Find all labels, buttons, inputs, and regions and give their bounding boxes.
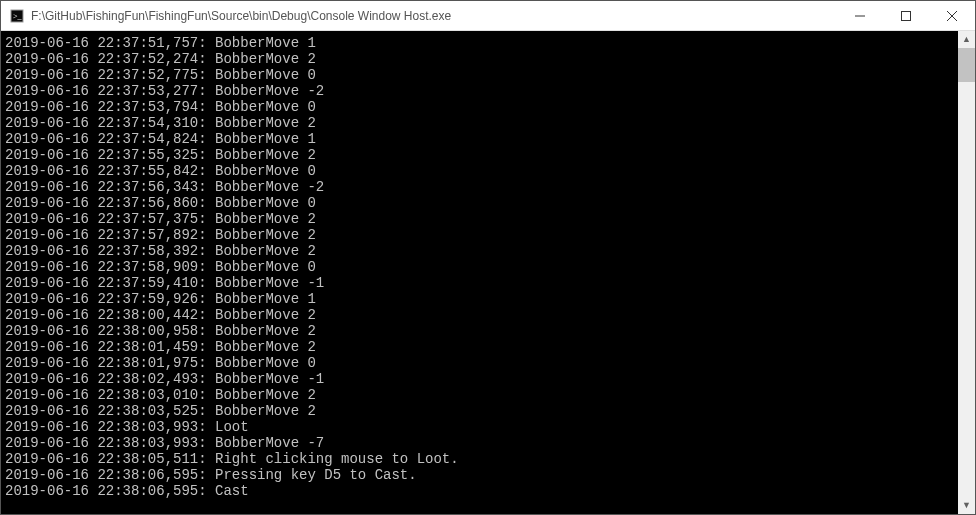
maximize-button[interactable] — [883, 1, 929, 30]
minimize-button[interactable] — [837, 1, 883, 30]
svg-text:>_: >_ — [13, 12, 23, 21]
log-line: 2019-06-16 22:38:00,442: BobberMove 2 — [5, 307, 958, 323]
log-line: 2019-06-16 22:37:57,892: BobberMove 2 — [5, 227, 958, 243]
scroll-thumb[interactable] — [958, 48, 975, 82]
log-line: 2019-06-16 22:38:06,595: Cast — [5, 483, 958, 499]
log-line: 2019-06-16 22:38:03,010: BobberMove 2 — [5, 387, 958, 403]
log-line: 2019-06-16 22:38:01,975: BobberMove 0 — [5, 355, 958, 371]
log-line: 2019-06-16 22:37:56,343: BobberMove -2 — [5, 179, 958, 195]
log-line: 2019-06-16 22:38:05,511: Right clicking … — [5, 451, 958, 467]
log-line: 2019-06-16 22:38:03,993: BobberMove -7 — [5, 435, 958, 451]
app-icon: >_ — [9, 8, 25, 24]
log-line: 2019-06-16 22:37:51,757: BobberMove 1 — [5, 35, 958, 51]
log-line: 2019-06-16 22:37:55,842: BobberMove 0 — [5, 163, 958, 179]
log-line: 2019-06-16 22:37:55,325: BobberMove 2 — [5, 147, 958, 163]
log-line: 2019-06-16 22:38:06,595: Pressing key D5… — [5, 467, 958, 483]
vertical-scrollbar[interactable]: ▲ ▼ — [958, 31, 975, 514]
scroll-down-button[interactable]: ▼ — [958, 497, 975, 514]
close-button[interactable] — [929, 1, 975, 30]
svg-rect-3 — [902, 11, 911, 20]
log-line: 2019-06-16 22:37:58,909: BobberMove 0 — [5, 259, 958, 275]
log-line: 2019-06-16 22:37:53,794: BobberMove 0 — [5, 99, 958, 115]
log-line: 2019-06-16 22:37:59,926: BobberMove 1 — [5, 291, 958, 307]
scroll-up-button[interactable]: ▲ — [958, 31, 975, 48]
log-line: 2019-06-16 22:38:03,993: Loot — [5, 419, 958, 435]
log-line: 2019-06-16 22:37:56,860: BobberMove 0 — [5, 195, 958, 211]
log-line: 2019-06-16 22:37:53,277: BobberMove -2 — [5, 83, 958, 99]
log-line: 2019-06-16 22:38:00,958: BobberMove 2 — [5, 323, 958, 339]
log-line: 2019-06-16 22:37:57,375: BobberMove 2 — [5, 211, 958, 227]
log-line: 2019-06-16 22:37:52,274: BobberMove 2 — [5, 51, 958, 67]
log-line: 2019-06-16 22:37:58,392: BobberMove 2 — [5, 243, 958, 259]
log-line: 2019-06-16 22:37:52,775: BobberMove 0 — [5, 67, 958, 83]
log-line: 2019-06-16 22:37:54,310: BobberMove 2 — [5, 115, 958, 131]
log-line: 2019-06-16 22:38:03,525: BobberMove 2 — [5, 403, 958, 419]
console-pane: 2019-06-16 22:37:51,757: BobberMove 1201… — [1, 31, 975, 514]
window-title: F:\GitHub\FishingFun\FishingFun\Source\b… — [31, 9, 837, 23]
window-controls — [837, 1, 975, 30]
log-line: 2019-06-16 22:37:54,824: BobberMove 1 — [5, 131, 958, 147]
log-line: 2019-06-16 22:37:59,410: BobberMove -1 — [5, 275, 958, 291]
console-output[interactable]: 2019-06-16 22:37:51,757: BobberMove 1201… — [1, 31, 958, 514]
titlebar[interactable]: >_ F:\GitHub\FishingFun\FishingFun\Sourc… — [1, 1, 975, 31]
log-line: 2019-06-16 22:38:02,493: BobberMove -1 — [5, 371, 958, 387]
log-line: 2019-06-16 22:38:01,459: BobberMove 2 — [5, 339, 958, 355]
